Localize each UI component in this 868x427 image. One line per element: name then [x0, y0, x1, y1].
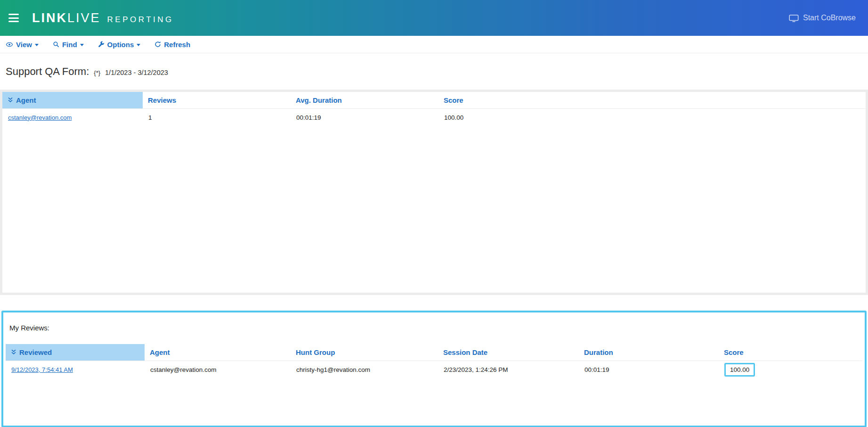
chevron-down-icon [137, 44, 140, 46]
agent-cell: cstanley@revation.com [145, 361, 291, 378]
column-header-hunt-group[interactable]: Hunt Group [291, 344, 438, 361]
agents-table: Agent Reviews Avg. Duration Score [2, 92, 866, 126]
wrench-icon [98, 41, 105, 48]
find-menu-button[interactable]: Find [53, 41, 84, 49]
reviewed-timestamp-link[interactable]: 9/12/2023, 7:54:41 AM [11, 366, 73, 373]
agent-link[interactable]: cstanley@revation.com [8, 114, 72, 121]
refresh-icon [154, 41, 161, 48]
avg-duration-cell: 00:01:19 [291, 108, 438, 126]
my-reviews-section: My Reviews: [1, 311, 867, 427]
column-header-avg-duration[interactable]: Avg. Duration [291, 92, 438, 108]
session-date-cell: 2/23/2023, 1:24:26 PM [438, 361, 579, 378]
find-menu-label: Find [62, 41, 77, 49]
column-header-reviews-label: Reviews [148, 96, 176, 104]
score-highlight-box: 100.00 [724, 363, 755, 377]
brand-live-text: LIVE [67, 11, 101, 25]
reviewed-cell: 9/12/2023, 7:54:41 AM [6, 361, 145, 378]
column-header-agent-label: Agent [16, 96, 36, 104]
score-cell: 100.00 [719, 361, 862, 378]
view-menu-label: View [16, 41, 32, 49]
column-header-session-date[interactable]: Session Date [438, 344, 579, 361]
column-header-agent-label: Agent [150, 348, 170, 356]
start-cobrowse-label: Start CoBrowse [803, 14, 856, 22]
sort-descending-icon [11, 349, 16, 355]
refresh-label: Refresh [164, 41, 190, 49]
column-header-duration[interactable]: Duration [579, 344, 719, 361]
column-header-duration-label: Duration [584, 348, 613, 356]
agents-table-surface: Agent Reviews Avg. Duration Score [2, 92, 866, 293]
date-range: 1/1/2023 - 3/12/2023 [105, 69, 168, 76]
review-row: 9/12/2023, 7:54:41 AM cstanley@revation.… [6, 361, 862, 378]
agents-header-row: Agent Reviews Avg. Duration Score [2, 92, 866, 108]
duration-cell: 00:01:19 [579, 361, 719, 378]
chevron-down-icon [35, 44, 39, 46]
column-header-agent[interactable]: Agent [2, 92, 143, 108]
toolbar: View Find Options [0, 36, 868, 53]
app-root: LINK LIVE REPORTING Start CoBrowse [0, 0, 868, 427]
column-header-session-date-label: Session Date [443, 348, 487, 356]
hunt-group-cell: christy-hg1@revation.com [291, 361, 438, 378]
column-header-agent[interactable]: Agent [145, 344, 291, 361]
column-header-reviewed-label: Reviewed [19, 348, 52, 356]
page-title-badge: {*} [94, 69, 100, 76]
reviews-cell: 1 [143, 108, 291, 126]
brand-logo: LINK LIVE REPORTING [32, 11, 174, 25]
column-header-score-label: Score [444, 96, 463, 104]
brand-link-text: LINK [32, 11, 67, 25]
my-reviews-table: Reviewed Agent Hunt Group Session Date D… [6, 344, 862, 378]
search-icon [53, 41, 59, 48]
brand-reporting-text: REPORTING [107, 15, 174, 25]
sort-descending-icon [8, 97, 13, 103]
column-header-score[interactable]: Score [719, 344, 862, 361]
eye-icon [6, 41, 13, 48]
reviews-header-row: Reviewed Agent Hunt Group Session Date D… [6, 344, 862, 361]
column-header-score-label: Score [724, 348, 744, 356]
score-cell: 100.00 [438, 108, 866, 126]
my-reviews-label: My Reviews: [9, 324, 862, 332]
agents-table-row: cstanley@revation.com 1 00:01:19 100.00 [2, 108, 866, 126]
page-title-row: Support QA Form: {*} 1/1/2023 - 3/12/202… [0, 53, 868, 78]
chevron-down-icon [80, 44, 84, 46]
agent-cell: cstanley@revation.com [2, 108, 143, 126]
options-menu-button[interactable]: Options [98, 41, 141, 49]
refresh-button[interactable]: Refresh [154, 41, 190, 49]
menu-icon[interactable] [8, 13, 21, 23]
agents-panel: Agent Reviews Avg. Duration Score [0, 90, 868, 295]
start-cobrowse-button[interactable]: Start CoBrowse [789, 14, 856, 22]
column-header-reviews[interactable]: Reviews [143, 92, 291, 108]
column-header-reviewed[interactable]: Reviewed [6, 344, 145, 361]
options-menu-label: Options [107, 41, 134, 49]
top-header: LINK LIVE REPORTING Start CoBrowse [0, 0, 868, 36]
column-header-avg-duration-label: Avg. Duration [296, 96, 342, 104]
column-header-hunt-group-label: Hunt Group [296, 348, 335, 356]
cobrowse-screen-icon [789, 14, 799, 22]
page-title: Support QA Form: [6, 66, 89, 78]
column-header-score[interactable]: Score [438, 92, 866, 108]
view-menu-button[interactable]: View [6, 41, 39, 49]
